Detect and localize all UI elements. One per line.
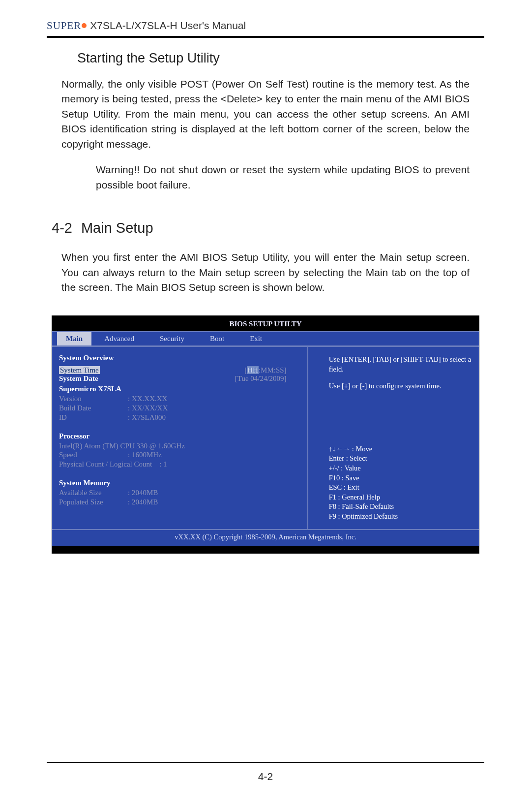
bios-tabs: Main Advanced Security Boot Exit (52, 331, 479, 346)
brand-dot-icon (82, 23, 87, 28)
version-row: Version: XX.XX.XX (59, 394, 307, 404)
processor-name: Intel(R) Atom (TM) CPU 330 @ 1.60GHz (59, 441, 307, 451)
bios-footer: vXX.XX (C) Copyright 1985-2009, American… (52, 529, 479, 546)
manual-title: X7SLA-L/X7SLA-H User's Manual (90, 20, 246, 31)
warning-body: Do not shut down or reset the system whi… (96, 164, 470, 190)
section-starting-title: Starting the Setup Utility (77, 51, 484, 66)
memory-heading: System Memory (59, 479, 307, 487)
id-row: ID: X7SLA000 (59, 413, 307, 422)
system-date-row[interactable]: System Date [Tue 04/24/2009] (59, 375, 307, 383)
brand-text: SUPER (47, 20, 81, 32)
tab-boot[interactable]: Boot (197, 332, 237, 345)
system-time-value: [HH:MM:SS] (244, 366, 286, 375)
build-date-row: Build Date: XX/XX/XX (59, 404, 307, 413)
section-title: Main Setup (81, 220, 153, 236)
system-time-label: System Time (59, 366, 100, 374)
system-date-value: [Tue 04/24/2009] (235, 375, 287, 383)
system-date-label: System Date (59, 375, 98, 383)
header-rule (47, 36, 484, 38)
tab-advanced[interactable]: Advanced (91, 332, 147, 345)
processor-heading: Processor (59, 432, 307, 440)
warning-paragraph: Warning!! Do not shut down or reset the … (96, 162, 470, 192)
tab-security[interactable]: Security (147, 332, 197, 345)
bios-help-panel: Use [ENTER], [TAB] or [SHIFT-TAB] to sel… (308, 347, 479, 529)
page-number: 4-2 (47, 771, 484, 782)
bios-screenshot: BIOS SETUP UTILTY Main Advanced Security… (52, 315, 479, 554)
page-header: SUPER X7SLA-L/X7SLA-H User's Manual (47, 20, 484, 32)
section-main-setup-body: When you first enter the AMI BIOS Setup … (61, 250, 470, 295)
section-main-setup-heading: 4-2Main Setup (52, 220, 484, 236)
count-row: Physical Count / Logical Count : 1 (59, 460, 307, 469)
board-name: Supermicro X7SLA (59, 385, 307, 393)
help-text-1: Use [ENTER], [TAB] or [SHIFT-TAB] to sel… (329, 355, 473, 374)
key-legend: ↑↓←→ : Move Enter : Select +/-/ : Value … (329, 444, 473, 522)
section-starting-body: Normally, the only visible POST (Power O… (61, 77, 470, 152)
warning-lead: Warning!! (96, 164, 140, 175)
help-text-2: Use [+] or [-] to configure system time. (329, 381, 473, 391)
bios-main-panel: System Overview System Time [HH:MM:SS] S… (52, 347, 308, 529)
tab-main[interactable]: Main (57, 332, 91, 345)
system-time-row[interactable]: System Time [HH:MM:SS] (59, 366, 307, 375)
populated-size-row: Populated Size: 2040MB (59, 498, 307, 507)
tab-exit[interactable]: Exit (237, 332, 275, 345)
speed-row: Speed: 1600MHz (59, 450, 307, 460)
overview-heading: System Overview (59, 354, 307, 362)
bios-title: BIOS SETUP UTILTY (52, 316, 479, 331)
section-number: 4-2 (52, 220, 72, 236)
footer-rule (47, 762, 484, 763)
available-size-row: Available Size: 2040MB (59, 488, 307, 498)
